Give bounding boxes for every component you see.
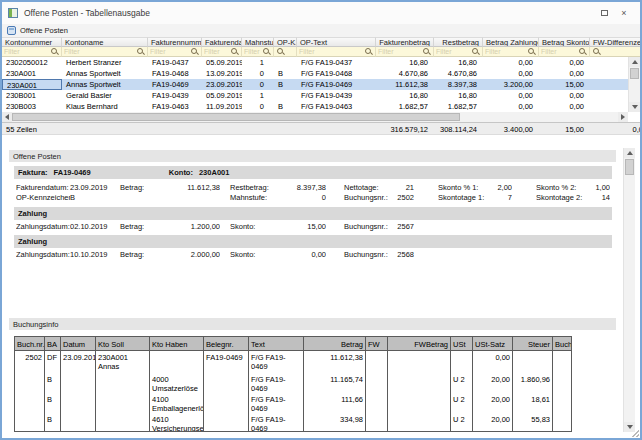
report-header: USt (451, 337, 473, 351)
arrow-left-icon (5, 114, 9, 120)
scrollbar-thumb[interactable] (625, 159, 634, 175)
cell: 0,00 (539, 68, 590, 79)
cell: 0 (242, 101, 274, 112)
title-bar[interactable]: Offene Posten - Tabellenausgabe × (2, 2, 640, 24)
scroll-up-button[interactable] (629, 57, 640, 67)
grid-vertical-scrollbar[interactable] (628, 57, 640, 112)
cell: 0,00 (539, 90, 590, 101)
filter-row: Filter Filter Filter Filter Filter Filte… (2, 47, 640, 57)
zahlung-fields: Zahlungsdatum: 02.10.2019 Betrag: 1.200,… (16, 222, 612, 232)
filter-input[interactable]: Filter (297, 47, 376, 57)
column-header[interactable]: Mahnstufe (242, 37, 274, 47)
column-header[interactable]: Fakturenbetrag (376, 37, 434, 47)
maximize-button[interactable] (594, 6, 614, 21)
section-buchungsinfo: Buchungsinfo (9, 318, 616, 330)
cell (274, 90, 297, 101)
report-header: BA (45, 337, 61, 351)
cell: FA19-0468 (148, 68, 202, 79)
field-label: Mahnstufe: (220, 193, 288, 203)
search-icon (262, 47, 271, 56)
cell (366, 393, 388, 413)
field-label: Fakturendatum: (16, 183, 70, 193)
filter-input[interactable]: Filter (376, 47, 434, 57)
scrollbar-thumb[interactable] (12, 113, 460, 121)
cell (96, 393, 150, 413)
cell (204, 413, 249, 431)
cell: F/G FA19-0468 (297, 68, 376, 79)
column-header[interactable]: FW-Differenze (590, 37, 640, 47)
field-value: 0,00 (288, 250, 326, 260)
table-row[interactable]: 2302050012 Herbert Stranzer FA19-0437 05… (2, 57, 640, 68)
window-icon (8, 8, 18, 18)
filter-input[interactable]: Filter (62, 47, 148, 57)
cell: 1.860,96 (513, 373, 553, 393)
zahlung-bar: Zahlung (14, 235, 612, 248)
report-header: Buch.nr. (15, 337, 45, 351)
filter-placeholder: Filter (299, 48, 315, 55)
grid-horizontal-scrollbar[interactable] (2, 112, 628, 122)
scroll-down-button[interactable] (624, 422, 635, 432)
cell: 1.682,57 (376, 101, 434, 112)
cell: 23.09.2019 (202, 79, 242, 90)
field-value: 2,00 (488, 183, 512, 193)
field-label: Betrag: (118, 222, 176, 232)
column-header[interactable]: Kontonummer (2, 37, 62, 47)
cell: F/G FA19-0469 (249, 351, 304, 373)
filter-input[interactable]: Filter (148, 47, 202, 57)
cell: 4610 Versicherungsent... (150, 413, 204, 431)
cell: 0,00 (483, 57, 539, 68)
column-header[interactable]: Fakturendatum (202, 37, 242, 47)
table-row[interactable]: 230A001 Annas Sportwelt FA19-0468 13.09.… (2, 68, 640, 79)
filter-input[interactable]: Filter (483, 47, 539, 57)
konto-label: Konto: (169, 168, 193, 177)
cell: 13.09.2019 (202, 68, 242, 79)
filter-input[interactable]: Filter (2, 47, 62, 57)
cell (96, 373, 150, 393)
app-window: Offene Posten - Tabellenausgabe × Offene… (0, 0, 642, 440)
column-header[interactable]: OP-K... (274, 37, 297, 47)
report-header: Kto Haben (150, 337, 204, 351)
filter-input[interactable]: Filter (539, 47, 590, 57)
cell (150, 351, 204, 373)
scroll-up-button[interactable] (624, 148, 635, 158)
cell: FA19-0439 (148, 90, 202, 101)
table-row-selected[interactable]: 230A001 Annas Sportwelt FA19-0469 23.09.… (2, 79, 640, 90)
column-header[interactable]: Restbetrag (434, 37, 483, 47)
column-header[interactable]: Fakturennummer (148, 37, 202, 47)
filter-placeholder: Filter (541, 48, 557, 55)
sum-fakturenbetrag: 316.579,12 (376, 123, 434, 135)
field-value: 2502 (390, 193, 414, 203)
cell: 0,00 (539, 57, 590, 68)
field-value: 1.200,00 (176, 222, 220, 232)
cell: 2502 (15, 351, 45, 373)
filter-input[interactable]: Filter (202, 47, 242, 57)
scrollbar-thumb[interactable] (630, 68, 639, 79)
filter-input[interactable]: Filter (242, 47, 274, 57)
cell: F/G FA19-0437 (297, 57, 376, 68)
faktura-header-bar: Faktura:FA19-0469 Konto:230A001 (14, 166, 612, 179)
zahlung-fields: Zahlungsdatum: 10.10.2019 Betrag: 2.000,… (16, 250, 612, 260)
column-header[interactable]: Betrag Zahlungen (483, 37, 539, 47)
cell: 0,00 (483, 68, 539, 79)
filter-input[interactable]: Filter (434, 47, 483, 57)
panel-vertical-scrollbar[interactable] (623, 148, 635, 432)
scroll-left-button[interactable] (2, 112, 12, 122)
table-row[interactable]: 230B001 Gerald Basler FA19-0439 05.09.20… (2, 90, 640, 101)
cell (15, 393, 45, 413)
close-button[interactable]: × (614, 6, 634, 21)
filter-placeholder: Filter (64, 48, 80, 55)
filter-input[interactable] (274, 47, 297, 57)
table-row[interactable]: 230B003 Klaus Bernhard FA19-0463 11.09.2… (2, 101, 640, 112)
scroll-down-button[interactable] (629, 102, 640, 112)
sum-betrag-zahlungen: 3.400,00 (483, 123, 539, 135)
scroll-right-button[interactable] (618, 112, 628, 122)
cell: F/G FA19-0469 (249, 393, 304, 413)
column-header[interactable]: Betrag Skonto (539, 37, 590, 47)
arrow-right-icon (621, 114, 625, 120)
column-header[interactable]: OP-Text (297, 37, 376, 47)
column-header[interactable]: Kontoname (62, 37, 148, 47)
cell: B (45, 373, 61, 393)
search-icon (190, 47, 199, 56)
filter-input[interactable] (590, 47, 640, 57)
detail-panel: Offene Posten Faktura:FA19-0469 Konto:23… (7, 148, 635, 432)
